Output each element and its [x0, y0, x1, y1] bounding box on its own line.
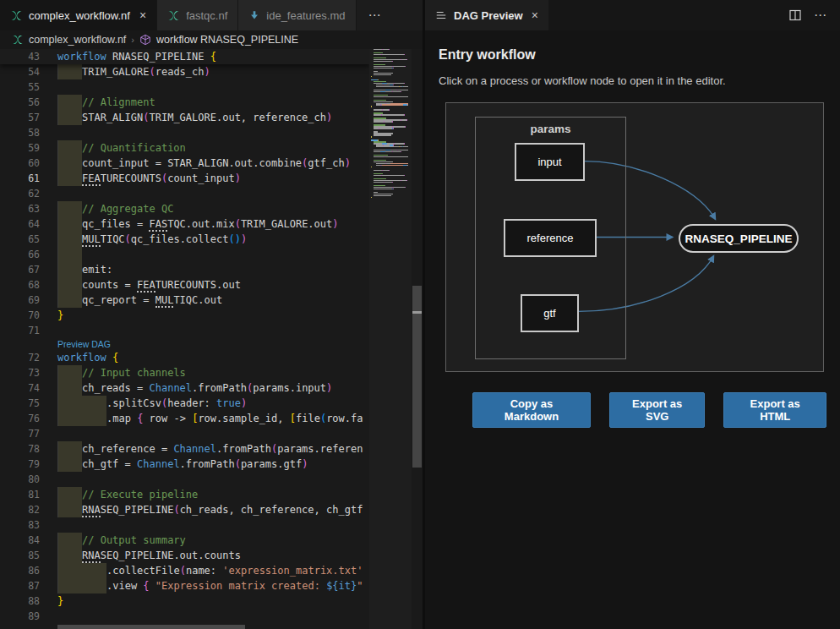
code-line[interactable]: 61FEATURECOUNTS(count_input) — [0, 171, 369, 186]
code-text: } — [57, 593, 63, 609]
code-line[interactable]: 64qc_files = FASTQC.out.mix(TRIM_GALORE.… — [0, 216, 369, 232]
line-number: 75 — [0, 396, 57, 411]
panel-body: Entry workflow Click on a process or wor… — [425, 30, 840, 441]
code-line[interactable]: 84// Output summary — [0, 533, 369, 548]
code-line[interactable]: 79ch_gtf = Channel.fromPath(params.gtf) — [0, 457, 369, 472]
indent-highlight — [57, 171, 82, 186]
indent-highlight — [57, 216, 82, 232]
code-line[interactable]: 82RNASEQ_PIPELINE(ch_reads, ch_reference… — [0, 502, 369, 517]
tab-close-icon[interactable]: × — [139, 8, 146, 22]
code-line[interactable]: 66 — [0, 247, 369, 262]
line-number: 58 — [0, 125, 57, 140]
code-text: // Input channels — [82, 365, 186, 380]
indent-highlight — [57, 578, 106, 593]
code-line[interactable]: 56// Alignment — [0, 95, 369, 110]
tab-dag-preview[interactable]: DAG Preview × — [425, 0, 548, 30]
tab-fastqc[interactable]: fastqc.nf — [157, 0, 238, 30]
editor-group: complex_workflow.nf × fastqc.nf ide_feat… — [0, 0, 423, 629]
export-as-svg-button[interactable]: Export as SVG — [609, 392, 705, 428]
code-line[interactable]: 83 — [0, 517, 369, 533]
code-line[interactable]: 78ch_reference = Channel.fromPath(params… — [0, 441, 369, 457]
code-text: // Quantification — [82, 140, 186, 156]
code-text: ch_gtf = Channel.fromPath(params.gtf) — [82, 457, 308, 472]
tab-ide-features[interactable]: ide_features.md — [238, 0, 356, 30]
code-text: // Output summary — [82, 533, 186, 548]
horizontal-scrollbar-slider[interactable] — [57, 625, 245, 629]
code-text: emit: — [82, 262, 112, 277]
dag-node-reference[interactable]: reference — [504, 219, 597, 257]
indent-highlight — [57, 293, 82, 308]
code-line[interactable]: 70} — [0, 308, 369, 323]
code-line[interactable]: 77 — [0, 426, 369, 441]
code-line[interactable]: 74ch_reads = Channel.fromPath(params.inp… — [0, 380, 369, 396]
code-line[interactable]: 88} — [0, 593, 369, 609]
copy-as-markdown-button[interactable]: Copy as Markdown — [472, 392, 591, 428]
breadcrumb[interactable]: complex_workflow.nf › workflow RNASEQ_PI… — [0, 30, 423, 49]
dag-node-rnaseq-pipeline[interactable]: RNASEQ_PIPELINE — [679, 224, 799, 253]
code-editor[interactable]: 54TRIM_GALORE(reads_ch)5556// Alignment5… — [0, 49, 423, 629]
nextflow-icon — [10, 9, 23, 22]
code-line[interactable]: 62 — [0, 186, 369, 201]
dag-node-input[interactable]: input — [515, 143, 585, 181]
code-text: } — [57, 308, 63, 323]
line-number: 56 — [0, 95, 57, 110]
code-lines[interactable]: 54TRIM_GALORE(reads_ch)5556// Alignment5… — [0, 64, 369, 624]
code-line[interactable]: 71 — [0, 323, 369, 338]
line-number: 61 — [0, 171, 57, 186]
code-line[interactable]: 72workflow { — [0, 350, 369, 365]
code-line[interactable]: 73// Input channels — [0, 365, 369, 380]
export-as-html-button[interactable]: Export as HTML — [723, 392, 826, 428]
line-number: 60 — [0, 156, 57, 171]
tab-label: ide_features.md — [266, 9, 345, 22]
code-line[interactable]: 69qc_report = MULTIQC.out — [0, 293, 369, 308]
sticky-scroll-line[interactable]: 43workflow RNASEQ_PIPELINE { — [0, 49, 369, 64]
line-number: 76 — [0, 411, 57, 426]
code-line[interactable]: 85RNASEQ_PIPELINE.out.counts — [0, 548, 369, 563]
tab-label: fastqc.nf — [186, 9, 227, 22]
breadcrumb-separator: › — [131, 35, 134, 45]
code-line[interactable]: 75.splitCsv(header: true) — [0, 396, 369, 411]
indent-highlight — [57, 457, 82, 472]
code-line[interactable]: 54TRIM_GALORE(reads_ch) — [0, 64, 369, 79]
code-line[interactable]: 87.view { "Expression matrix created: ${… — [0, 578, 369, 593]
tab-complex-workflow[interactable]: complex_workflow.nf × — [0, 0, 157, 30]
code-text: // Alignment — [82, 95, 155, 110]
panel-heading: Entry workflow — [439, 47, 826, 63]
code-line[interactable]: 63// Aggregate QC — [0, 201, 369, 216]
code-line[interactable]: 57STAR_ALIGN(TRIM_GALORE.out, reference_… — [0, 110, 369, 125]
indent-highlight — [57, 487, 82, 502]
code-line[interactable]: 81// Execute pipeline — [0, 487, 369, 502]
more-actions-icon[interactable]: ⋯ — [814, 8, 828, 23]
tab-overflow-button[interactable]: ⋯ — [357, 0, 395, 30]
breadcrumb-symbol[interactable]: workflow RNASEQ_PIPELINE — [156, 34, 298, 46]
code-line[interactable]: 59// Quantification — [0, 140, 369, 156]
code-line[interactable]: 76.map { row -> [row.sample_id, [file(ro… — [0, 411, 369, 426]
code-line[interactable]: 43workflow RNASEQ_PIPELINE { — [0, 49, 369, 64]
code-viewport[interactable]: 54TRIM_GALORE(reads_ch)5556// Alignment5… — [0, 49, 369, 629]
indent-highlight — [57, 441, 82, 457]
minimap[interactable] — [369, 49, 412, 629]
code-line[interactable]: 55 — [0, 79, 369, 95]
code-line[interactable]: 58 — [0, 125, 369, 140]
dag-node-gtf[interactable]: gtf — [521, 294, 579, 332]
split-editor-icon[interactable] — [788, 8, 802, 22]
panel-close-icon[interactable]: × — [532, 8, 538, 22]
breadcrumb-file[interactable]: complex_workflow.nf — [29, 34, 126, 46]
line-number: 73 — [0, 365, 57, 380]
tab-label: complex_workflow.nf — [29, 9, 130, 22]
indent-highlight — [57, 140, 82, 156]
code-line[interactable]: 65MULTIQC(qc_files.collect()) — [0, 232, 369, 247]
code-line[interactable]: 89 — [0, 609, 369, 624]
codelens-preview-dag[interactable]: Preview DAG — [0, 338, 369, 350]
line-number: 86 — [0, 563, 57, 578]
code-line[interactable]: 60count_input = STAR_ALIGN.out.combine(g… — [0, 156, 369, 171]
vertical-scrollbar[interactable] — [412, 49, 423, 629]
line-number: 87 — [0, 578, 57, 593]
code-line[interactable]: 86.collectFile(name: 'expression_matrix.… — [0, 563, 369, 578]
code-line[interactable]: 80 — [0, 472, 369, 487]
code-text: RNASEQ_PIPELINE.out.counts — [82, 548, 241, 563]
code-line[interactable]: 67emit: — [0, 262, 369, 277]
code-line[interactable]: 68counts = FEATURECOUNTS.out — [0, 277, 369, 293]
ide-window: complex_workflow.nf × fastqc.nf ide_feat… — [0, 0, 840, 629]
dag-diagram: params input reference gtf RNASEQ_PIPELI… — [445, 102, 824, 372]
